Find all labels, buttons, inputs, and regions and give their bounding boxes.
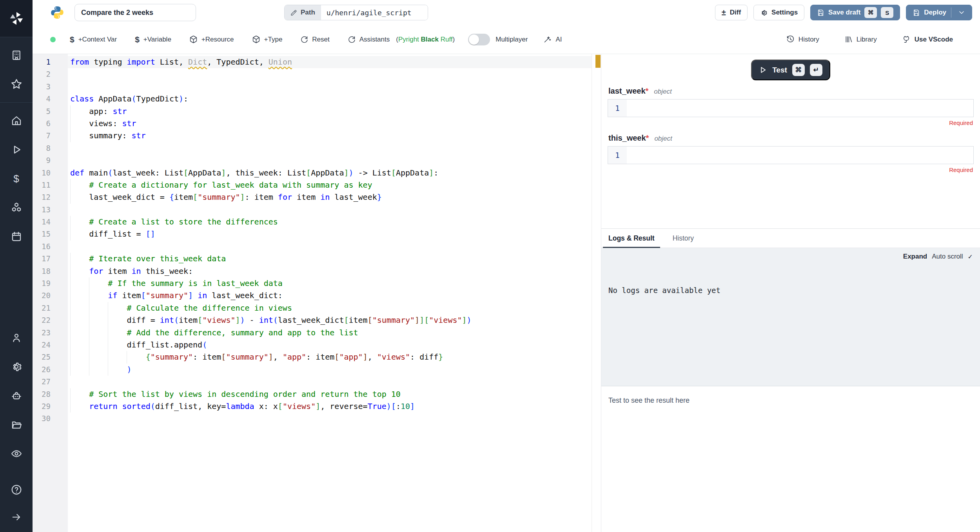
arg-editor-this-week: 1 bbox=[608, 146, 974, 164]
code-line-16 bbox=[68, 241, 592, 253]
play-icon bbox=[759, 66, 767, 74]
result-tabs: Logs & Result History bbox=[601, 228, 980, 248]
code-line-5: app: str bbox=[68, 105, 592, 118]
path-group: Path bbox=[284, 5, 428, 20]
library-icon bbox=[844, 35, 853, 43]
assistants-status: (Pyright Black Ruff) bbox=[396, 36, 455, 43]
code-line-18: for item in this_week: bbox=[68, 265, 592, 277]
editor-gutter[interactable]: 1234567891011121314151617181920212223242… bbox=[33, 54, 68, 532]
save-draft-label: Save draft bbox=[828, 9, 860, 16]
robot-icon bbox=[11, 390, 22, 402]
deploy-divider bbox=[951, 7, 951, 18]
add-type-button[interactable]: +Type bbox=[252, 35, 283, 43]
args-section: Test ⌘ ↵ last_week* object 1 bbox=[601, 54, 980, 228]
dollar-icon: $ bbox=[13, 173, 19, 185]
required-asterisk: * bbox=[646, 134, 649, 142]
arrow-right-icon bbox=[11, 512, 22, 523]
s-key-badge: S bbox=[881, 7, 893, 18]
test-label: Test bbox=[772, 66, 787, 74]
pencil-icon bbox=[290, 9, 297, 16]
code-line-4: class AppData(TypedDict): bbox=[68, 93, 592, 105]
editor-overview-ruler bbox=[592, 54, 601, 532]
chevron-down-icon[interactable] bbox=[958, 9, 965, 16]
sidebar-item-variables[interactable]: $ bbox=[8, 171, 25, 186]
arg-name: last_week* bbox=[608, 87, 648, 96]
gear-icon bbox=[11, 361, 22, 373]
settings-button[interactable]: Settings bbox=[753, 5, 804, 20]
code-line-7: summary: str bbox=[68, 130, 592, 142]
building-icon bbox=[11, 49, 22, 61]
multiplayer-toggle[interactable] bbox=[468, 34, 490, 45]
package-icon bbox=[252, 35, 260, 43]
deploy-label: Deploy bbox=[924, 9, 946, 16]
cmd-key-badge: ⌘ bbox=[864, 7, 877, 18]
edit-path-button[interactable]: Path bbox=[285, 5, 321, 20]
code-line-23: # Add the difference, summary and app to… bbox=[68, 327, 592, 339]
save-draft-button[interactable]: Save draft ⌘ S bbox=[810, 5, 900, 20]
add-variable-button[interactable]: $ +Variable bbox=[135, 35, 171, 44]
sidebar-item-help[interactable] bbox=[8, 482, 25, 498]
editor-code[interactable]: from typing import List, Dict, TypedDict… bbox=[68, 54, 592, 532]
history-button[interactable]: History bbox=[786, 35, 819, 43]
save-icon bbox=[817, 9, 824, 16]
sidebar-item-users[interactable] bbox=[8, 330, 25, 346]
dollar-icon: $ bbox=[70, 35, 74, 44]
autoscroll-toggle[interactable]: Auto scroll bbox=[932, 253, 963, 261]
assistants-button[interactable]: Assistants bbox=[348, 36, 390, 43]
code-line-28: # Sort the list by views in descending o… bbox=[68, 388, 592, 400]
ai-label: AI bbox=[555, 36, 562, 43]
ai-button[interactable]: AI bbox=[543, 35, 562, 43]
star-icon bbox=[10, 78, 23, 90]
reset-label: Reset bbox=[312, 36, 329, 43]
test-button[interactable]: Test ⌘ ↵ bbox=[751, 60, 830, 80]
this-week-input[interactable] bbox=[627, 147, 973, 164]
code-line-25: {"summary": item["summary"], "app": item… bbox=[68, 351, 592, 363]
code-line-6: views: str bbox=[68, 118, 592, 130]
diff-button[interactable]: ± Diff bbox=[715, 5, 748, 20]
refresh-icon bbox=[300, 36, 308, 43]
add-type-label: +Type bbox=[264, 36, 283, 43]
add-resource-label: +Resource bbox=[201, 36, 234, 43]
sidebar-item-runs[interactable] bbox=[8, 142, 25, 157]
last-week-input[interactable] bbox=[627, 100, 973, 117]
history-clock-icon bbox=[786, 35, 795, 43]
sidebar-item-workspace[interactable] bbox=[8, 47, 25, 63]
sidebar-item-folders[interactable] bbox=[8, 417, 25, 432]
sidebar-item-schedules[interactable] bbox=[8, 229, 25, 244]
sidebar-item-workers[interactable] bbox=[8, 388, 25, 404]
sidebar-item-home[interactable] bbox=[8, 113, 25, 128]
sidebar-item-expand[interactable] bbox=[8, 509, 25, 525]
expand-button[interactable]: Expand bbox=[903, 253, 927, 261]
windmill-logo-icon bbox=[9, 11, 24, 26]
path-label: Path bbox=[301, 9, 315, 16]
sidebar-item-resources[interactable] bbox=[8, 200, 25, 215]
save-icon bbox=[913, 9, 920, 16]
arg-type: object bbox=[654, 135, 672, 143]
add-context-var-button[interactable]: $ +Context Var bbox=[70, 35, 117, 44]
use-vscode-button[interactable]: Use VScode bbox=[902, 35, 953, 44]
gear-icon bbox=[760, 9, 768, 16]
header: Path ± Diff Settings bbox=[33, 0, 980, 25]
diff-label: Diff bbox=[730, 9, 741, 16]
windmill-logo[interactable] bbox=[0, 0, 33, 37]
sidebar-item-favorites[interactable] bbox=[8, 76, 25, 92]
reset-button[interactable]: Reset bbox=[300, 36, 329, 43]
deploy-button[interactable]: Deploy bbox=[906, 5, 972, 20]
history-label: History bbox=[799, 36, 819, 43]
tab-history[interactable]: History bbox=[673, 229, 694, 248]
library-button[interactable]: Library bbox=[844, 35, 877, 43]
code-line-21: # Calculate the difference in views bbox=[68, 302, 592, 314]
add-context-var-label: +Context Var bbox=[78, 36, 117, 43]
tab-logs-result[interactable]: Logs & Result bbox=[608, 229, 655, 248]
python-logo-icon bbox=[50, 5, 64, 20]
result-panel: Test to see the result here bbox=[601, 386, 980, 532]
ruff-status: Ruff bbox=[441, 36, 453, 43]
required-error: Required bbox=[608, 119, 973, 127]
add-resource-button[interactable]: +Resource bbox=[189, 35, 234, 43]
script-name-input[interactable] bbox=[74, 4, 196, 21]
code-line-14: # Create a list to store the differences bbox=[68, 216, 592, 228]
sidebar-item-audit-logs[interactable] bbox=[8, 446, 25, 461]
sidebar-item-settings[interactable] bbox=[8, 359, 25, 375]
help-question-icon bbox=[11, 484, 22, 496]
path-input[interactable] bbox=[321, 5, 428, 20]
